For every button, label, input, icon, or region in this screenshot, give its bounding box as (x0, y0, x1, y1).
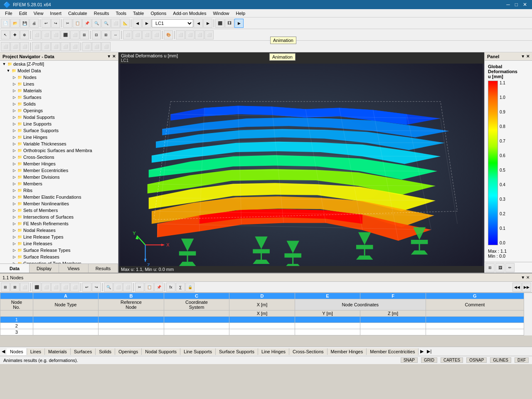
tree-members[interactable]: ▷ 📁 Members (0, 180, 118, 187)
tb12[interactable]: ◀ (194, 19, 203, 28)
col-header-a-label[interactable]: A (33, 293, 99, 299)
row3-z[interactable] (360, 329, 426, 335)
tab-openings[interactable]: Openings (115, 348, 142, 355)
panel-tb3[interactable]: ✏ (505, 263, 515, 272)
render-btn2[interactable]: 🎞 (225, 19, 234, 28)
tb-r18[interactable]: ⬜ (176, 30, 185, 39)
tree-materials[interactable]: ▷ 📁 Materials (0, 87, 118, 94)
print-button[interactable]: 🖨 (30, 19, 39, 28)
tab-next[interactable]: ▶ (419, 348, 425, 355)
expand-root[interactable]: ▼ (2, 62, 7, 66)
col-header-d-label[interactable]: D (229, 293, 295, 299)
expand-line-rel-types[interactable]: ▷ (12, 234, 17, 239)
row2-x[interactable] (229, 323, 295, 329)
row3-ref[interactable] (99, 329, 164, 335)
tb-r16[interactable]: ⬜ (152, 30, 161, 39)
tree-member-hinges[interactable]: ▷ 📁 Member Hinges (0, 160, 118, 167)
table-tb1[interactable]: ⊞ (1, 283, 10, 292)
tree-project-root[interactable]: ▼ 📁 deska [Z-Profil] (0, 61, 118, 67)
table-tb9[interactable]: ↩ (82, 283, 91, 292)
table-tb14[interactable]: ✂ (135, 283, 144, 292)
tb-s7[interactable]: ⬜ (61, 42, 70, 51)
osnap-pill[interactable]: OSNAP (466, 357, 487, 363)
tb-s10[interactable]: ⬜ (92, 42, 101, 51)
tb4[interactable]: 📋 (73, 19, 82, 28)
tb-s9[interactable]: ⬜ (82, 42, 91, 51)
table-tb5[interactable]: ⬜ (42, 283, 51, 292)
expand-sets-members[interactable]: ▷ (12, 208, 17, 213)
tb6[interactable]: 🔍 (92, 19, 101, 28)
tab-materials[interactable]: Materials (45, 348, 71, 355)
menu-view[interactable]: View (30, 10, 47, 16)
tree-nodes[interactable]: ▷ 📁 Nodes (0, 74, 118, 81)
row2-type[interactable] (33, 323, 99, 329)
expand-member-nonlin[interactable]: ▷ (12, 201, 17, 206)
table-tb10[interactable]: ↪ (92, 283, 101, 292)
tree-nodal-releases[interactable]: ▷ 📁 Nodal Releases (0, 227, 118, 234)
row3-coord[interactable] (164, 329, 229, 335)
tab-nodes[interactable]: Nodes (7, 348, 27, 355)
close-button[interactable]: ✕ (521, 2, 529, 7)
tree-model-data[interactable]: ▼ 📁 Model Data (0, 67, 118, 74)
tree-member-elastic[interactable]: ▷ 📁 Member Elastic Foundations (0, 194, 118, 200)
menu-tools[interactable]: Tools (112, 10, 130, 16)
tb-s8[interactable]: ⬜ (70, 42, 79, 51)
tb-r13[interactable]: ⬜ (123, 30, 132, 39)
expand-intersections[interactable]: ▷ (12, 214, 17, 219)
col-header-g-label[interactable]: G (426, 293, 524, 299)
expand-line-supports[interactable]: ▷ (12, 121, 17, 126)
col-header-f-label[interactable]: F (360, 293, 426, 299)
tab-line-supports[interactable]: Line Supports (180, 348, 216, 355)
panel-tb1[interactable]: ⊞ (485, 263, 495, 272)
tb-s4[interactable]: ⬜ (32, 42, 41, 51)
tree-surface-supports[interactable]: ▷ 📁 Surface Supports (0, 127, 118, 134)
row1-coord[interactable] (164, 317, 229, 323)
menu-addon[interactable]: Add-on Modules (170, 10, 209, 16)
tab-end[interactable]: ▶| (425, 348, 433, 355)
tb-s6[interactable]: ⬜ (51, 42, 60, 51)
table-tb3[interactable]: ⬜ (20, 283, 29, 292)
save-button[interactable]: 💾 (20, 19, 29, 28)
tree-solids[interactable]: ▷ 📁 Solids (0, 101, 118, 107)
menu-help[interactable]: Help (233, 10, 249, 16)
tb-r21[interactable]: ⬜ (204, 30, 214, 39)
row3-comment[interactable] (426, 329, 524, 335)
undo-button[interactable]: ↩ (42, 19, 51, 28)
panel-tb2[interactable]: 🖼 (495, 263, 505, 272)
tb11[interactable]: ▶ (142, 19, 151, 28)
tb-r7[interactable]: ⬛ (61, 30, 70, 39)
expand-line-hinges[interactable]: ▷ (12, 135, 17, 140)
table-tb2[interactable]: ⊠ (10, 283, 20, 292)
tb-r14[interactable]: ⬜ (133, 30, 142, 39)
menu-calculate[interactable]: Calculate (65, 10, 91, 16)
tree-sets-members[interactable]: ▷ 📁 Sets of Members (0, 207, 118, 214)
tb-s11[interactable]: ⬜ (101, 42, 111, 51)
expand-line-rel[interactable]: ▷ (12, 241, 17, 246)
tree-lines[interactable]: ▷ 📁 Lines (0, 81, 118, 87)
tb-s5[interactable]: ⬜ (42, 42, 51, 51)
tb-r11[interactable]: ⊞ (101, 30, 111, 39)
viewport-3d[interactable]: X Y Z (118, 64, 484, 266)
expand-openings[interactable]: ▷ (12, 108, 17, 113)
tb-r4[interactable]: ⬜ (32, 30, 41, 39)
expand-surf-rel-types[interactable]: ▷ (12, 248, 17, 253)
minimize-button[interactable]: ─ (505, 2, 512, 7)
grid-pill[interactable]: GRID (421, 357, 437, 363)
row1-comment[interactable] (426, 317, 524, 323)
tree-surface-release-types[interactable]: ▷ 📁 Surface Release Types (0, 247, 118, 254)
tb-r6[interactable]: ⬜ (51, 30, 60, 39)
tree-member-nonlin[interactable]: ▷ 📁 Member Nonlinearities (0, 200, 118, 207)
tree-cross-sections[interactable]: ▷ 📁 Cross-Sections (0, 154, 118, 160)
table-tb11[interactable]: 🔍 (104, 283, 113, 292)
row1-z[interactable] (360, 317, 426, 323)
row2-z[interactable] (360, 323, 426, 329)
nav-tab-display[interactable]: Display (30, 264, 59, 273)
table-scroll-right[interactable]: ▶▶ (522, 283, 531, 292)
expand-nodal-supports[interactable]: ▷ (12, 115, 17, 120)
expand-ortho[interactable]: ▷ (12, 148, 17, 153)
row1-ref[interactable] (99, 317, 164, 323)
expand-materials[interactable]: ▷ (12, 88, 17, 93)
tb3[interactable]: ✂ (63, 19, 72, 28)
tb10[interactable]: ◀ (133, 19, 142, 28)
tree-line-supports[interactable]: ▷ 📁 Line Supports (0, 121, 118, 127)
